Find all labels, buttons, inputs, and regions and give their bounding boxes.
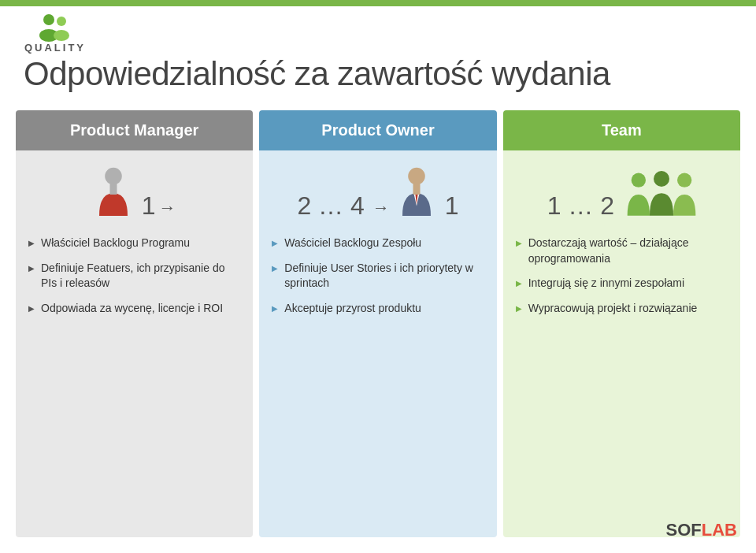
logo-area: QUALITY (8, 9, 102, 57)
team-bullet-3: Wypracowują projekt i rozwiązanie (516, 301, 728, 317)
icon-row-po: 2 … 4 → 1 (272, 160, 484, 223)
soflab-lab: LAB (702, 520, 737, 540)
svg-point-8 (632, 173, 646, 187)
column-team: Team 1 … 2 Dostarczają wartość – (503, 110, 740, 537)
po-number2: 1 (445, 193, 459, 218)
po-bullet-3: Akceptuje przyrost produktu (272, 301, 484, 317)
pm-bullet-1: Właściciel Backlogu Programu (28, 236, 240, 251)
column-header-pm: Product Manager (16, 110, 253, 150)
soflab-logo: SOFLAB (666, 520, 737, 540)
column-po: Product Owner 2 … 4 → 1 (259, 110, 496, 537)
column-body-pm: 1 → Właściciel Backlogu Programu Definiu… (16, 150, 253, 537)
team-number: 1 … 2 (547, 193, 614, 218)
po-arrow: → (372, 199, 390, 217)
pm-arrow: → (159, 199, 176, 217)
page-title: Odpowiedzialność za zawartość wydania (24, 55, 732, 93)
column-body-po: 2 … 4 → 1 Waściciel Backl (259, 150, 496, 537)
team-bullet-1: Dostarczają wartość – działające oprogra… (516, 236, 728, 266)
soflab-sof: SOF (666, 520, 702, 540)
pm-number: 1 (142, 193, 156, 218)
team-group-icon (622, 166, 701, 223)
column-header-team: Team (503, 110, 740, 150)
po-number: 2 … 4 (297, 193, 364, 218)
team-bullet-2: Integrują się z innymi zespołami (516, 276, 728, 291)
logo-text: QUALITY (24, 42, 86, 54)
pm-bullet-2: Definiuje Featuers, ich przypisanie do P… (28, 261, 240, 291)
column-header-po: Product Owner (259, 110, 496, 150)
pm-bullet-list: Właściciel Backlogu Programu Definiuje F… (28, 236, 240, 325)
pm-person-icon (90, 166, 137, 223)
svg-point-4 (105, 168, 122, 185)
svg-point-3 (54, 30, 69, 41)
column-body-team: 1 … 2 Dostarczają wartość – działające o… (503, 150, 740, 537)
po-person-icon (393, 166, 440, 223)
column-pm: Product Manager 1 → Właściciel Backlogu … (16, 110, 253, 537)
main-content: Product Manager 1 → Właściciel Backlogu … (16, 110, 740, 537)
svg-point-2 (57, 17, 66, 26)
po-bullet-2: Definiuje User Stories i ich priorytety … (272, 261, 484, 291)
svg-rect-7 (413, 184, 420, 195)
po-bullet-list: Waściciel Backlogu Zespołu Definiuje Use… (272, 236, 484, 325)
svg-point-6 (408, 168, 425, 185)
team-bullet-list: Dostarczają wartość – działające oprogra… (516, 236, 728, 325)
icon-row-team: 1 … 2 (516, 160, 728, 223)
svg-rect-5 (109, 184, 117, 195)
svg-point-10 (677, 173, 691, 187)
svg-point-9 (654, 171, 669, 187)
svg-point-0 (43, 14, 54, 25)
po-bullet-1: Waściciel Backlogu Zespołu (272, 236, 484, 251)
quality-logo-icon (38, 13, 72, 42)
pm-bullet-3: Odpowiada za wycenę, licencje i ROI (28, 301, 240, 317)
top-bar (0, 0, 756, 6)
icon-row-pm: 1 → (28, 160, 240, 223)
